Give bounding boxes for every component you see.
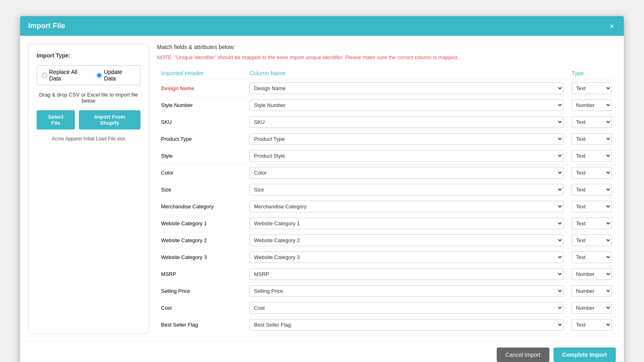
imported-header-cell: Design Name: [157, 80, 246, 97]
table-row: Best Seller FlagDesign NameStyle NumberS…: [157, 317, 616, 333]
imported-header-cell: Size: [157, 181, 246, 198]
table-row: SKUDesign NameStyle NumberSKUProduct Typ…: [157, 114, 616, 131]
column-name-select[interactable]: Design NameStyle NumberSKUProduct TypePr…: [250, 116, 564, 128]
type-cell: TextNumberDateBoolean: [568, 266, 616, 283]
type-select[interactable]: TextNumberDateBoolean: [572, 167, 612, 179]
type-select[interactable]: TextNumberDateBoolean: [572, 234, 612, 246]
column-name-select[interactable]: Design NameStyle NumberSKUProduct TypePr…: [250, 268, 564, 280]
type-select[interactable]: TextNumberDateBoolean: [572, 99, 612, 111]
imported-header-cell: SKU: [157, 114, 246, 131]
imported-header-cell: Selling Price: [157, 283, 246, 300]
imported-header-cell: Cost: [157, 300, 246, 317]
type-select[interactable]: TextNumberDateBoolean: [572, 218, 612, 229]
table-row: Merchandise CategoryDesign NameStyle Num…: [157, 198, 616, 215]
cancel-import-button[interactable]: Cancel Import: [497, 348, 549, 362]
complete-import-button[interactable]: Complete Import: [553, 348, 616, 362]
column-name-select[interactable]: Design NameStyle NumberSKUProduct TypePr…: [250, 302, 564, 314]
column-name-cell: Design NameStyle NumberSKUProduct TypePr…: [246, 80, 568, 97]
column-name-cell: Design NameStyle NumberSKUProduct TypePr…: [246, 317, 568, 333]
radio-replace-input[interactable]: [42, 73, 47, 78]
type-select[interactable]: TextNumberDateBoolean: [572, 184, 612, 195]
import-type-label: Import Type:: [37, 52, 140, 59]
type-select[interactable]: TextNumberDateBoolean: [572, 82, 612, 94]
type-select[interactable]: TextNumberDateBoolean: [572, 150, 612, 162]
type-cell: TextNumberDateBoolean: [568, 300, 616, 317]
selected-file-name: Acme Apparel Initial Load File.xlsx: [37, 136, 140, 142]
column-name-select[interactable]: Design NameStyle NumberSKUProduct TypePr…: [250, 184, 564, 195]
type-cell: TextNumberDateBoolean: [568, 97, 616, 114]
radio-update-option[interactable]: Update Data: [97, 69, 135, 82]
type-select[interactable]: TextNumberDateBoolean: [572, 251, 612, 263]
column-name-select[interactable]: Design NameStyle NumberSKUProduct TypePr…: [250, 82, 564, 94]
imported-header-cell: Website Category 2: [157, 232, 246, 249]
modal-footer: Cancel Import Complete Import: [20, 341, 624, 362]
close-button[interactable]: ×: [608, 22, 616, 30]
column-name-select[interactable]: Design NameStyle NumberSKUProduct TypePr…: [250, 251, 564, 263]
table-row: StyleDesign NameStyle NumberSKUProduct T…: [157, 148, 616, 165]
table-row: MSRPDesign NameStyle NumberSKUProduct Ty…: [157, 266, 616, 283]
imported-header-cell: Website Category 1: [157, 215, 246, 232]
column-name-select[interactable]: Design NameStyle NumberSKUProduct TypePr…: [250, 218, 564, 229]
column-name-select[interactable]: Design NameStyle NumberSKUProduct TypePr…: [250, 319, 564, 331]
modal-header: Import File ×: [20, 16, 624, 36]
column-name-select[interactable]: Design NameStyle NumberSKUProduct TypePr…: [250, 150, 564, 162]
type-cell: TextNumberDateBoolean: [568, 215, 616, 232]
import-file-modal: Import File × Import Type: Replace All D…: [20, 16, 624, 362]
th-type-header: Type: [568, 67, 616, 80]
column-name-cell: Design NameStyle NumberSKUProduct TypePr…: [246, 165, 568, 181]
column-name-select[interactable]: Design NameStyle NumberSKUProduct TypePr…: [250, 201, 564, 212]
type-select[interactable]: TextNumberDateBoolean: [572, 319, 612, 331]
column-name-cell: Design NameStyle NumberSKUProduct TypePr…: [246, 114, 568, 131]
type-cell: TextNumberDateBoolean: [568, 283, 616, 300]
column-name-select[interactable]: Design NameStyle NumberSKUProduct TypePr…: [250, 167, 564, 179]
table-row: Style NumberDesign NameStyle NumberSKUPr…: [157, 97, 616, 114]
column-name-select[interactable]: Design NameStyle NumberSKUProduct TypePr…: [250, 285, 564, 297]
import-shopify-button[interactable]: Import From Shopify: [79, 110, 140, 130]
type-select[interactable]: TextNumberDateBoolean: [572, 133, 612, 145]
select-file-button[interactable]: Select File: [37, 110, 75, 130]
type-cell: TextNumberDateBoolean: [568, 181, 616, 198]
type-cell: TextNumberDateBoolean: [568, 131, 616, 148]
column-name-cell: Design NameStyle NumberSKUProduct TypePr…: [246, 181, 568, 198]
imported-header-cell: Website Category 3: [157, 249, 246, 266]
modal-title: Import File: [28, 22, 65, 30]
left-panel: Import Type: Replace All Data Update Dat…: [28, 44, 149, 333]
table-row: Design NameDesign NameStyle NumberSKUPro…: [157, 80, 616, 97]
column-name-cell: Design NameStyle NumberSKUProduct TypePr…: [246, 198, 568, 215]
column-name-cell: Design NameStyle NumberSKUProduct TypePr…: [246, 283, 568, 300]
column-name-cell: Design NameStyle NumberSKUProduct TypePr…: [246, 232, 568, 249]
type-cell: TextNumberDateBoolean: [568, 80, 616, 97]
radio-update-label: Update Data: [104, 69, 135, 82]
field-mapping-table: Imported Header Column Name Type Design …: [157, 67, 616, 333]
table-row: Website Category 3Design NameStyle Numbe…: [157, 249, 616, 266]
radio-replace-option[interactable]: Replace All Data: [42, 69, 90, 82]
type-cell: TextNumberDateBoolean: [568, 232, 616, 249]
type-select[interactable]: TextNumberDateBoolean: [572, 116, 612, 128]
type-select[interactable]: TextNumberDateBoolean: [572, 302, 612, 314]
table-row: CostDesign NameStyle NumberSKUProduct Ty…: [157, 300, 616, 317]
match-fields-text: Match fields & attributes below:: [157, 44, 616, 50]
table-row: Website Category 1Design NameStyle Numbe…: [157, 215, 616, 232]
radio-group: Replace All Data Update Data: [37, 65, 140, 85]
type-cell: TextNumberDateBoolean: [568, 249, 616, 266]
column-name-select[interactable]: Design NameStyle NumberSKUProduct TypePr…: [250, 133, 564, 145]
type-cell: TextNumberDateBoolean: [568, 148, 616, 165]
table-row: Product TypeDesign NameStyle NumberSKUPr…: [157, 131, 616, 148]
radio-replace-label: Replace All Data: [49, 69, 90, 82]
type-select[interactable]: TextNumberDateBoolean: [572, 201, 612, 212]
column-name-cell: Design NameStyle NumberSKUProduct TypePr…: [246, 148, 568, 165]
column-name-cell: Design NameStyle NumberSKUProduct TypePr…: [246, 300, 568, 317]
column-name-select[interactable]: Design NameStyle NumberSKUProduct TypePr…: [250, 99, 564, 111]
radio-update-input[interactable]: [97, 73, 102, 78]
column-name-cell: Design NameStyle NumberSKUProduct TypePr…: [246, 249, 568, 266]
imported-header-cell: Style Number: [157, 97, 246, 114]
type-select[interactable]: TextNumberDateBoolean: [572, 285, 612, 297]
imported-header-cell: Style: [157, 148, 246, 165]
file-action-buttons: Select File Import From Shopify: [37, 110, 140, 130]
modal-body: Import Type: Replace All Data Update Dat…: [20, 36, 624, 341]
type-cell: TextNumberDateBoolean: [568, 317, 616, 333]
column-name-select[interactable]: Design NameStyle NumberSKUProduct TypePr…: [250, 234, 564, 246]
imported-header-cell: MSRP: [157, 266, 246, 283]
type-select[interactable]: TextNumberDateBoolean: [572, 268, 612, 280]
th-imported-header: Imported Header: [157, 67, 246, 80]
